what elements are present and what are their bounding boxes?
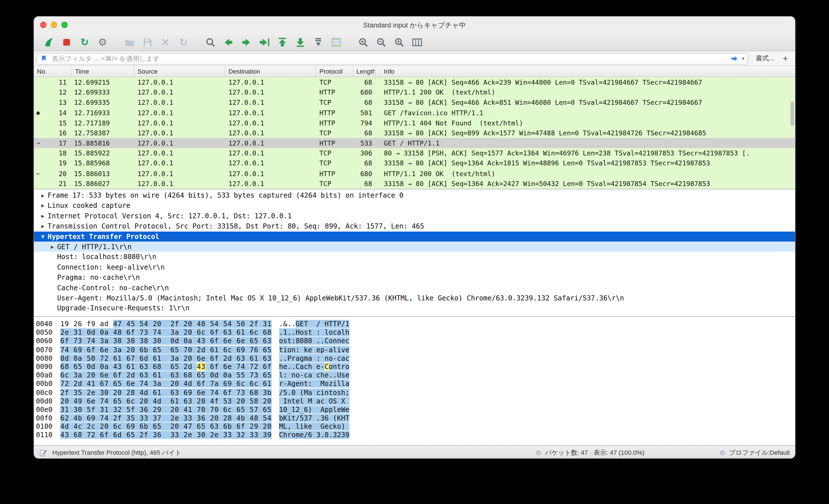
packet-row[interactable]: ←2015.886013127.0.0.1127.0.0.1HTTP680HTT… [34, 169, 795, 179]
column-header-info[interactable]: Info [375, 66, 795, 76]
start-capture-button[interactable] [40, 35, 58, 49]
filter-dropdown-caret-icon[interactable]: ▾ [742, 56, 744, 62]
hex-char: l [333, 405, 337, 413]
packet-row[interactable]: →1715.885816127.0.0.1127.0.0.1HTTP533GET… [34, 138, 795, 148]
hex-row[interactable]: 00f062 4b 69 74 2f 35 33 37 2e 33 36 20 … [36, 414, 795, 423]
titlebar[interactable]: Standard input からキャプチャ中 [34, 16, 795, 33]
display-filter-field[interactable]: ▾ [37, 53, 748, 64]
disclosure-triangle-icon[interactable]: ▶ [47, 242, 57, 252]
packet-list-scrollbar[interactable] [790, 77, 794, 189]
hex-row[interactable]: 00c02f 35 2e 30 20 28 4d 61 63 69 6e 74 … [36, 389, 795, 397]
go-first-button[interactable] [273, 35, 291, 49]
capture-options-button[interactable]: ⚙ [94, 35, 112, 49]
edit-comment-icon[interactable] [39, 448, 48, 457]
add-filter-button[interactable]: + [782, 54, 791, 64]
go-last-button[interactable] [291, 35, 309, 49]
cell-source: 127.0.0.1 [134, 118, 225, 128]
scrollbar-thumb[interactable] [791, 102, 794, 126]
hex-row[interactable]: 00a06c 3a 20 6e 6f 2d 63 61 63 68 65 0d … [36, 371, 795, 380]
packet-detail-row[interactable]: ▼Hypertext Transfer Protocol [34, 231, 795, 242]
hex-row[interactable]: 00800d 0a 50 72 61 67 6d 61 3a 20 6e 6f … [36, 354, 795, 363]
packet-row[interactable]: 1112.699215127.0.0.1127.0.0.1TCP6833158 … [34, 77, 795, 87]
hex-row[interactable]: 00502e 31 0d 0a 48 6f 73 74 3a 20 6c 6f … [36, 328, 795, 337]
zoom-out-button[interactable] [372, 35, 390, 49]
packet-row[interactable]: 1915.885968127.0.0.1127.0.0.1TCP6833158 … [34, 158, 795, 169]
hex-byte: 73 [74, 337, 87, 345]
disclosure-triangle-icon[interactable]: ▶ [38, 221, 47, 231]
packet-detail-row[interactable]: Host: localhost:8080\r\n [34, 252, 795, 262]
hex-bytes: 2e 31 0d 0a 48 6f 73 74 3a 20 6c 6f 63 6… [60, 328, 272, 337]
hex-byte: 2e [60, 328, 74, 336]
hex-row[interactable]: 009068 65 0d 0a 43 61 63 68 65 2d 43 6f … [36, 363, 795, 371]
cell-destination: 127.0.0.1 [225, 128, 316, 138]
hex-char: ) [341, 423, 346, 430]
hex-offset: 0100 [36, 423, 60, 431]
packet-row[interactable]: 1612.758387127.0.0.1127.0.0.1TCP6833158 … [34, 128, 795, 138]
stop-capture-button[interactable] [58, 35, 76, 49]
display-filter-input[interactable] [52, 55, 727, 62]
column-header-length[interactable]: Length [353, 66, 375, 76]
hex-char: i [283, 346, 287, 353]
go-back-button[interactable] [219, 35, 237, 49]
packet-detail-row[interactable]: Cache-Control: no-cache\r\n [34, 283, 795, 293]
zoom-reset-button[interactable] [390, 35, 408, 49]
packet-row[interactable]: ●1412.716933127.0.0.1127.0.0.1HTTP501GET… [34, 108, 795, 118]
hex-byte: 3a [153, 380, 170, 388]
column-header-source[interactable]: Source [134, 66, 225, 76]
disclosure-triangle-icon[interactable]: ▼ [38, 231, 47, 242]
hex-row[interactable]: 00d020 49 6e 74 65 6c 20 4d 61 63 20 4f … [36, 397, 795, 405]
packet-row[interactable]: 1815.885922127.0.0.1127.0.0.1TCP30680 → … [34, 148, 795, 158]
packet-detail-row[interactable]: Upgrade-Insecure-Requests: 1\r\n [34, 303, 795, 314]
hex-char: K [283, 414, 287, 422]
open-file-button[interactable] [120, 35, 139, 49]
hex-row[interactable]: 004019 26 f9 ad 47 45 54 20 2f 20 48 54 … [36, 320, 795, 328]
packet-detail-row[interactable]: Connection: keep-alive\r\n [34, 262, 795, 273]
hex-char: 0 [291, 389, 296, 396]
colorize-button[interactable] [327, 35, 345, 49]
hex-row[interactable]: 011043 68 72 6f 6d 65 2f 36 33 2e 30 2e … [36, 431, 795, 440]
zoom-in-button[interactable] [354, 35, 372, 49]
restart-capture-button[interactable]: ↻ [76, 35, 94, 49]
hex-row[interactable]: 00e031 30 5f 31 32 5f 36 29 20 41 70 70 … [36, 405, 795, 414]
column-header-protocol[interactable]: Protocol [316, 66, 353, 76]
close-file-button[interactable]: × [156, 35, 174, 49]
packet-detail-row[interactable]: ▶Transmission Control Protocol, Src Port… [34, 221, 795, 231]
packet-row[interactable]: 1312.699335127.0.0.1127.0.0.1TCP6833158 … [34, 98, 795, 108]
disclosure-triangle-icon[interactable]: ▶ [38, 201, 47, 211]
disclosure-triangle-icon[interactable]: ▶ [38, 211, 47, 221]
packet-detail-row[interactable]: ▶GET / HTTP/1.1\r\n [34, 242, 795, 252]
packet-detail-row[interactable]: ▶Frame 17: 533 bytes on wire (4264 bits)… [34, 190, 795, 201]
hex-row[interactable]: 00b072 2d 41 67 65 6e 74 3a 20 4d 6f 7a … [36, 380, 795, 388]
packet-detail-row[interactable]: User-Agent: Mozilla/5.0 (Macintosh; Inte… [34, 293, 795, 303]
packet-row[interactable]: 2115.886027127.0.0.1127.0.0.1TCP6833158 … [34, 179, 795, 189]
cell-length: 68 [353, 128, 375, 138]
packet-detail-row[interactable]: ▶Internet Protocol Version 4, Src: 127.0… [34, 211, 795, 221]
hex-row[interactable]: 00606f 73 74 3a 38 30 38 30 0d 0a 43 6f … [36, 337, 795, 346]
reload-icon: ↻ [179, 37, 188, 47]
expression-button[interactable]: 書式... [753, 54, 778, 63]
save-file-button[interactable] [139, 35, 156, 49]
reload-file-button[interactable]: ↻ [174, 35, 192, 49]
cell-time: 15.886013 [72, 169, 134, 179]
auto-scroll-button[interactable] [309, 35, 327, 49]
hex-char: 5 [300, 414, 304, 422]
hex-row[interactable]: 01004d 4c 2c 20 6c 69 6b 65 20 47 65 63 … [36, 423, 795, 431]
packet-row[interactable]: 1212.699333127.0.0.1127.0.0.1HTTP680HTTP… [34, 87, 795, 98]
hex-row[interactable]: 007074 69 6f 6e 3a 20 6b 65 65 70 2d 61 … [36, 346, 795, 354]
hex-char: e [296, 380, 300, 388]
packet-row[interactable]: 1512.717189127.0.0.1127.0.0.1HTTP794HTTP… [34, 118, 795, 128]
packet-detail-row[interactable]: ▶Linux cooked capture [34, 201, 795, 211]
go-to-packet-button[interactable] [255, 35, 273, 49]
go-forward-button[interactable] [237, 35, 255, 49]
find-packet-button[interactable] [201, 35, 219, 49]
resize-columns-button[interactable] [408, 35, 426, 49]
column-header-no[interactable]: No. [34, 66, 72, 76]
filter-apply-icon[interactable] [730, 54, 739, 63]
disclosure-triangle-icon[interactable]: ▶ [38, 190, 47, 201]
hex-byte: 6f [263, 363, 272, 371]
status-profile[interactable]: プロファイル:Default [729, 448, 790, 457]
column-header-time[interactable]: Time [72, 66, 134, 76]
filter-bookmark-icon[interactable] [40, 54, 49, 63]
packet-detail-row[interactable]: Pragma: no-cache\r\n [34, 273, 795, 283]
column-header-destination[interactable]: Destination [225, 66, 316, 76]
